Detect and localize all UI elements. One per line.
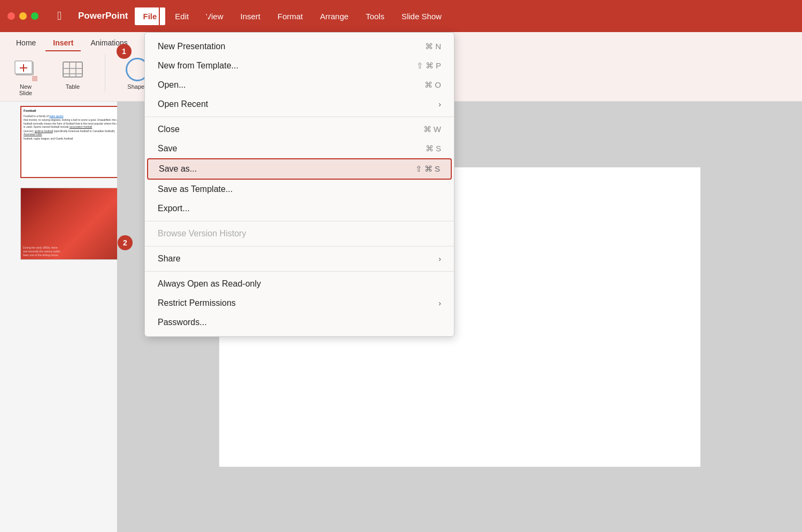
menu-item-restrict-permissions[interactable]: Restrict Permissions ›: [145, 294, 454, 313]
menu-item-new-from-template[interactable]: New from Template... ⇧ ⌘ P: [145, 56, 454, 75]
menu-item-save-as-shortcut: ⇧ ⌘ S: [415, 164, 440, 174]
menu-item-save-as-template-label: Save as Template...: [158, 184, 233, 194]
menu-item-export[interactable]: Export...: [145, 199, 454, 218]
menu-item-save[interactable]: Save ⌘ S: [145, 139, 454, 158]
dropdown-overlay: New Presentation ⌘ N New from Template..…: [0, 0, 802, 532]
restrict-permissions-arrow: ›: [438, 299, 441, 307]
menu-item-always-open-read-only[interactable]: Always Open as Read-only: [145, 274, 454, 294]
menu-item-new-presentation[interactable]: New Presentation ⌘ N: [145, 37, 454, 56]
open-recent-arrow: ›: [438, 100, 441, 109]
separator-4: [145, 271, 454, 272]
separator-1: [145, 117, 454, 117]
menu-item-save-as[interactable]: Save as... ⇧ ⌘ S: [147, 158, 452, 180]
menu-item-new-presentation-label: New Presentation: [158, 42, 225, 51]
menu-item-export-label: Export...: [158, 204, 190, 213]
menu-item-always-open-read-only-label: Always Open as Read-only: [158, 279, 261, 289]
menu-item-close[interactable]: Close ⌘ W: [145, 120, 454, 139]
menu-item-close-label: Close: [158, 125, 180, 134]
menu-item-new-presentation-shortcut: ⌘ N: [425, 42, 441, 51]
menu-item-open-label: Open...: [158, 80, 186, 90]
menu-item-save-label: Save: [158, 144, 177, 153]
menu-item-browse-version-history: Browse Version History: [145, 224, 454, 243]
badge-2: 2: [118, 235, 133, 250]
menu-item-save-as-template[interactable]: Save as Template...: [145, 180, 454, 199]
separator-3: [145, 246, 454, 246]
menu-item-save-shortcut: ⌘ S: [426, 144, 441, 153]
menu-item-share-label: Share: [158, 254, 181, 264]
separator-2: [145, 221, 454, 221]
menu-item-browse-version-history-label: Browse Version History: [158, 229, 246, 238]
menu-item-passwords-label: Passwords...: [158, 318, 207, 327]
menu-item-new-from-template-label: New from Template...: [158, 61, 238, 71]
share-arrow: ›: [438, 255, 441, 263]
menu-item-restrict-permissions-label: Restrict Permissions: [158, 298, 236, 308]
menu-item-new-from-template-shortcut: ⇧ ⌘ P: [417, 61, 441, 71]
menu-item-open-recent-label: Open Recent: [158, 99, 208, 109]
menu-item-close-shortcut: ⌘ W: [423, 125, 441, 134]
menu-item-share[interactable]: Share ›: [145, 249, 454, 268]
menu-item-save-as-label: Save as...: [159, 164, 197, 174]
badge-1: 1: [117, 44, 132, 59]
menu-item-open[interactable]: Open... ⌘ O: [145, 75, 454, 95]
menu-item-open-recent[interactable]: Open Recent ›: [145, 95, 454, 114]
menu-item-open-shortcut: ⌘ O: [425, 80, 441, 90]
file-dropdown-menu: New Presentation ⌘ N New from Template..…: [144, 32, 454, 337]
menu-item-passwords[interactable]: Passwords...: [145, 313, 454, 332]
